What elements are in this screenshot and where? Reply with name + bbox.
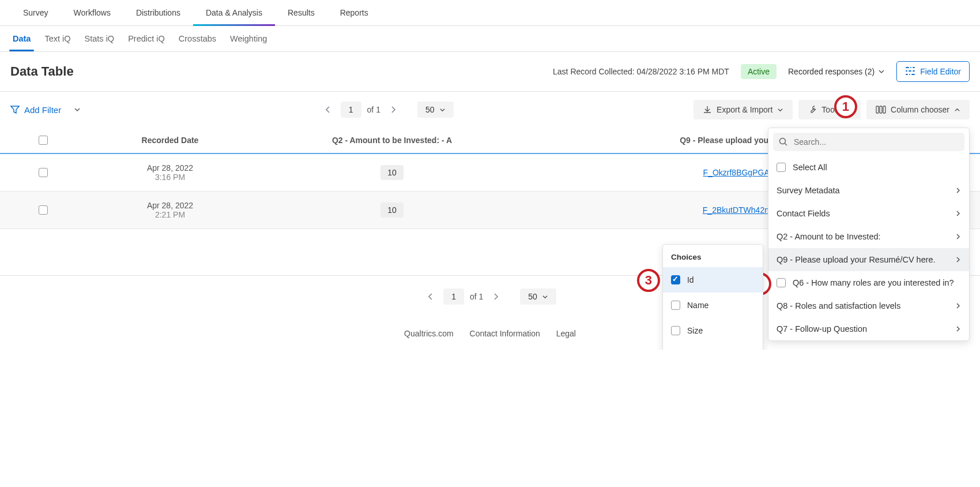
export-import-button[interactable]: Export & Import bbox=[693, 100, 793, 119]
choice-size-checkbox[interactable] bbox=[671, 326, 680, 335]
svg-rect-4 bbox=[909, 70, 911, 72]
row-date: Apr 28, 2022 bbox=[75, 163, 265, 173]
svg-rect-6 bbox=[906, 74, 908, 75]
add-filter-label: Add Filter bbox=[24, 105, 61, 115]
chevron-right-icon bbox=[955, 325, 961, 332]
chooser-label: Q2 - Amount to be Invested: bbox=[777, 232, 881, 241]
row-date: Apr 28, 2022 bbox=[75, 201, 265, 210]
chooser-label: Survey Metadata bbox=[777, 186, 840, 195]
svg-rect-9 bbox=[876, 106, 879, 113]
primary-nav: Survey Workflows Distributions Data & An… bbox=[0, 0, 980, 26]
next-page-button[interactable] bbox=[386, 103, 400, 116]
choice-name-label: Name bbox=[687, 301, 708, 310]
col-header-q2[interactable]: Q2 - Amount to be Invested: - A bbox=[265, 136, 519, 145]
tab-workflows[interactable]: Workflows bbox=[61, 0, 123, 25]
tab-distributions[interactable]: Distributions bbox=[123, 0, 193, 25]
chooser-label: Q6 - How many roles are you interested i… bbox=[793, 278, 954, 287]
footer-page-of-text: of 1 bbox=[470, 292, 483, 301]
field-editor-icon bbox=[905, 66, 915, 77]
svg-rect-7 bbox=[909, 74, 910, 75]
choice-name-checkbox[interactable] bbox=[671, 301, 680, 310]
row-q2-value: 10 bbox=[380, 165, 404, 180]
subtab-statsiq[interactable]: Stats iQ bbox=[79, 26, 120, 51]
chevron-right-icon bbox=[955, 302, 961, 309]
svg-rect-3 bbox=[906, 70, 907, 72]
page-of-text: of 1 bbox=[367, 105, 380, 114]
choices-header: Choices bbox=[663, 245, 763, 267]
chooser-q2[interactable]: Q2 - Amount to be Invested: bbox=[768, 225, 969, 248]
filter-icon bbox=[10, 105, 20, 114]
svg-rect-1 bbox=[910, 67, 911, 68]
filter-dropdown-chevron[interactable] bbox=[74, 106, 81, 113]
search-icon bbox=[779, 137, 788, 147]
chooser-q9[interactable]: Q9 - Please upload your Resumé/CV here. bbox=[768, 248, 969, 271]
select-all-rows-checkbox[interactable] bbox=[39, 136, 48, 145]
svg-rect-0 bbox=[906, 67, 909, 68]
tab-reports[interactable]: Reports bbox=[327, 0, 381, 25]
select-all-item[interactable]: Select All bbox=[768, 156, 969, 179]
column-chooser-label: Column chooser bbox=[891, 105, 949, 114]
choice-id-checkbox[interactable] bbox=[671, 275, 680, 284]
footer-prev-page-button[interactable] bbox=[424, 290, 438, 303]
subtab-crosstabs[interactable]: Crosstabs bbox=[173, 26, 222, 51]
choice-id-label: Id bbox=[687, 275, 694, 284]
recorded-responses-dropdown[interactable]: Recorded responses (2) bbox=[788, 67, 885, 76]
select-all-checkbox[interactable] bbox=[777, 163, 786, 172]
svg-point-12 bbox=[779, 138, 785, 144]
chevron-down-icon bbox=[439, 107, 446, 113]
svg-rect-8 bbox=[911, 74, 915, 75]
footer-page-number-input[interactable]: 1 bbox=[443, 289, 464, 305]
choices-popup: Choices Id Name Size Type 3 bbox=[662, 244, 763, 350]
chooser-q7[interactable]: Q7 - Follow-up Question bbox=[768, 317, 969, 340]
subtab-data[interactable]: Data bbox=[7, 26, 36, 51]
field-editor-button[interactable]: Field Editor bbox=[896, 61, 970, 82]
footer-page-size-dropdown[interactable]: 50 bbox=[520, 289, 556, 305]
svg-rect-11 bbox=[883, 106, 885, 113]
column-chooser-button[interactable]: Column chooser bbox=[866, 100, 970, 119]
tab-results[interactable]: Results bbox=[275, 0, 327, 25]
choice-size[interactable]: Size bbox=[663, 318, 763, 343]
row-checkbox[interactable] bbox=[39, 205, 48, 215]
page-size-dropdown[interactable]: 50 bbox=[417, 102, 454, 118]
chooser-survey-metadata[interactable]: Survey Metadata bbox=[768, 179, 969, 202]
add-filter-button[interactable]: Add Filter bbox=[10, 105, 61, 115]
chevron-right-icon bbox=[955, 187, 961, 194]
annotation-3: 3 bbox=[637, 269, 660, 292]
row-q2-value: 10 bbox=[380, 203, 404, 218]
choice-name[interactable]: Name bbox=[663, 293, 763, 318]
chooser-q6[interactable]: Q6 - How many roles are you interested i… bbox=[768, 271, 969, 294]
subtab-predictiq[interactable]: Predict iQ bbox=[122, 26, 171, 51]
footer-page-size-value: 50 bbox=[528, 292, 537, 301]
tab-survey[interactable]: Survey bbox=[10, 0, 61, 25]
annotation-1: 1 bbox=[834, 95, 857, 118]
field-editor-label: Field Editor bbox=[920, 67, 961, 76]
column-search-field[interactable] bbox=[794, 137, 959, 147]
prev-page-button[interactable] bbox=[321, 103, 335, 116]
footer-next-page-button[interactable] bbox=[489, 290, 503, 303]
footer-legal-link[interactable]: Legal bbox=[556, 329, 576, 338]
chooser-label: Q7 - Follow-up Question bbox=[777, 324, 867, 334]
choice-size-label: Size bbox=[687, 326, 703, 335]
subtab-textiq[interactable]: Text iQ bbox=[39, 26, 76, 51]
choice-type[interactable]: Type bbox=[663, 343, 763, 350]
choice-id[interactable]: Id bbox=[663, 267, 763, 293]
tab-data-analysis[interactable]: Data & Analysis bbox=[193, 0, 275, 25]
page-number-input[interactable]: 1 bbox=[341, 102, 361, 118]
page-title: Data Table bbox=[10, 64, 74, 79]
recorded-responses-label: Recorded responses (2) bbox=[788, 67, 875, 76]
q6-checkbox[interactable] bbox=[777, 278, 786, 287]
status-badge: Active bbox=[741, 64, 777, 79]
row-time: 2:21 PM bbox=[75, 210, 265, 219]
row-checkbox[interactable] bbox=[39, 168, 48, 177]
svg-rect-5 bbox=[913, 70, 915, 72]
column-search-input[interactable] bbox=[773, 133, 964, 151]
footer-qualtrics-link[interactable]: Qualtrics.com bbox=[404, 329, 454, 338]
svg-rect-10 bbox=[880, 106, 882, 113]
last-record-text: Last Record Collected: 04/28/2022 3:16 P… bbox=[553, 67, 729, 76]
col-header-recorded-date[interactable]: Recorded Date bbox=[75, 136, 265, 145]
footer-contact-link[interactable]: Contact Information bbox=[470, 329, 540, 338]
chooser-q8[interactable]: Q8 - Roles and satisfaction levels bbox=[768, 294, 969, 317]
chooser-label: Q9 - Please upload your Resumé/CV here. bbox=[777, 255, 936, 264]
subtab-weighting[interactable]: Weighting bbox=[224, 26, 273, 51]
chooser-contact-fields[interactable]: Contact Fields bbox=[768, 202, 969, 225]
